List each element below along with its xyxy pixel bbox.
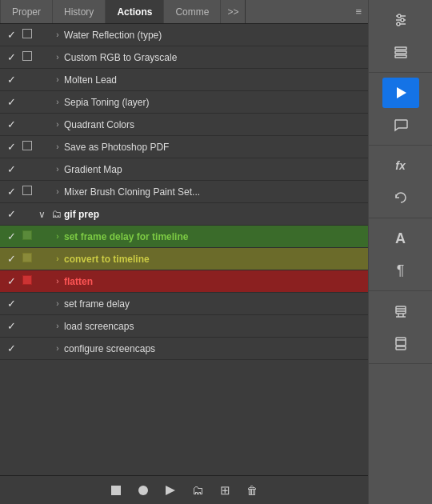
expand-sepia-toning[interactable]: › [51,98,64,106]
tab-comments[interactable]: Comme [164,0,221,23]
square-water-reflection [19,29,35,41]
check-gif-prep: ✓ [3,208,19,220]
text-label: A [395,230,406,247]
action-row-flatten[interactable]: ✓ › flatten [0,270,368,293]
name-mixer-brush: Mixer Brush Cloning Paint Set... [64,186,365,198]
expand-flatten[interactable]: › [51,277,64,286]
action-row-custom-rgb[interactable]: ✓ › Custom RGB to Grayscale [0,46,368,69]
action-row-set-frame-delay-timeline[interactable]: ✓ › set frame delay for timeline [0,226,368,248]
svg-point-1 [398,14,401,18]
sidebar-group-text: A ¶ [369,218,432,291]
svg-point-5 [397,22,400,26]
expand-gradient-map[interactable]: › [51,165,64,174]
action-row-water-reflection[interactable]: ✓ › Water Reflection (type) [0,24,368,46]
new-action-button[interactable]: ⊞ [218,484,231,497]
layers-icon-button[interactable] [382,296,419,326]
name-water-reflection: Water Reflection (type) [64,30,365,41]
expand-gif-prep[interactable]: ∨ [35,209,48,220]
square-set-frame-delay-timeline [19,230,35,242]
tab-overflow[interactable]: >> [221,0,246,23]
name-load-screencaps: load screencaps [64,321,365,332]
check-molten-lead: ✓ [3,74,19,86]
svg-point-3 [401,18,404,22]
check-gradient-map: ✓ [3,163,19,175]
svg-rect-16 [396,338,406,346]
paragraph-label: ¶ [397,262,405,279]
folder-button[interactable]: 🗂 [191,484,204,497]
delete-button[interactable]: 🗑 [246,484,258,497]
new-icon: ⊞ [220,484,230,496]
action-row-molten-lead[interactable]: ✓ › Molten Lead [0,69,368,91]
action-row-set-frame-delay[interactable]: ✓ › set frame delay [0,293,368,315]
expand-load-screencaps[interactable]: › [51,322,64,330]
menu-icon: ≡ [355,6,362,18]
svg-rect-10 [396,306,406,314]
main-panel: Proper History Actions Comme >> ≡ ✓ › Wa… [0,0,368,504]
sidebar-group-layers [369,291,432,364]
sliders-icon-button[interactable] [382,5,419,35]
name-gradient-map: Gradient Map [64,164,365,175]
svg-rect-8 [395,55,406,58]
undo-icon-button[interactable] [382,182,419,213]
tab-menu[interactable]: ≡ [349,0,368,23]
action-row-sepia-toning[interactable]: ✓ › Sepia Toning (layer) [0,91,368,114]
toolbar-bottom: 🗂 ⊞ 🗑 [0,475,368,504]
action-row-gif-prep[interactable]: ✓ ∨ 🗂 gif prep [0,203,368,226]
expand-mixer-brush[interactable]: › [51,187,64,196]
check-mixer-brush: ✓ [3,186,19,198]
square-custom-rgb [19,51,35,63]
layers-alt-icon-button[interactable] [382,328,419,358]
comment-icon-button[interactable] [382,110,419,140]
sidebar-group-top [369,0,432,73]
name-save-pdf: Save as Photoshop PDF [64,142,365,153]
svg-rect-7 [395,51,406,54]
text-icon-button[interactable]: A [382,223,419,254]
action-row-gradient-map[interactable]: ✓ › Gradient Map [0,158,368,181]
name-custom-rgb: Custom RGB to Grayscale [64,52,365,63]
expand-custom-rgb[interactable]: › [51,53,64,62]
tab-proper[interactable]: Proper [0,0,53,23]
tab-actions[interactable]: Actions [106,0,164,23]
fx-icon-button[interactable]: fx [382,150,419,181]
expand-convert-timeline[interactable]: › [51,254,64,263]
expand-water-reflection[interactable]: › [51,30,64,39]
history-icon-button[interactable] [382,37,419,67]
action-row-load-screencaps[interactable]: ✓ › load screencaps [0,315,368,338]
check-flatten: ✓ [3,275,19,287]
paragraph-icon-button[interactable]: ¶ [382,255,419,286]
action-list: ✓ › Water Reflection (type) ✓ › Custom R… [0,24,368,475]
square-flatten [19,275,35,287]
svg-marker-9 [397,87,406,98]
play-button[interactable] [164,484,177,497]
expand-set-frame-delay[interactable]: › [51,299,64,308]
check-load-screencaps: ✓ [3,320,19,332]
record-button[interactable] [137,484,150,497]
play-sidebar-icon-button[interactable] [382,78,419,108]
action-row-configure-screencaps[interactable]: ✓ › configure screencaps [0,338,368,360]
check-set-frame-delay-timeline: ✓ [3,230,19,242]
expand-set-frame-delay-timeline[interactable]: › [51,232,64,241]
expand-save-pdf[interactable]: › [51,142,64,151]
expand-molten-lead[interactable]: › [51,75,64,84]
name-set-frame-delay: set frame delay [64,298,365,310]
trash-icon: 🗑 [246,484,258,497]
action-row-convert-timeline[interactable]: ✓ › convert to timeline [0,248,368,270]
record-icon [138,486,148,495]
name-configure-screencaps: configure screencaps [64,343,365,354]
fx-label: fx [395,159,405,172]
name-molten-lead: Molten Lead [64,74,365,86]
folder-icon: 🗂 [192,483,204,497]
name-set-frame-delay-timeline: set frame delay for timeline [64,231,365,242]
square-mixer-brush [19,186,35,198]
action-row-mixer-brush[interactable]: ✓ › Mixer Brush Cloning Paint Set... [0,181,368,203]
expand-quadrant-colors[interactable]: › [51,120,64,129]
name-flatten: flatten [64,276,365,287]
expand-configure-screencaps[interactable]: › [51,344,64,353]
stop-button[interactable] [110,484,122,497]
action-row-quadrant-colors[interactable]: ✓ › Quadrant Colors [0,114,368,136]
tab-history[interactable]: History [53,0,106,23]
check-quadrant-colors: ✓ [3,118,19,130]
action-row-save-pdf[interactable]: ✓ › Save as Photoshop PDF [0,136,368,158]
check-custom-rgb: ✓ [3,51,19,63]
svg-rect-6 [395,47,406,50]
